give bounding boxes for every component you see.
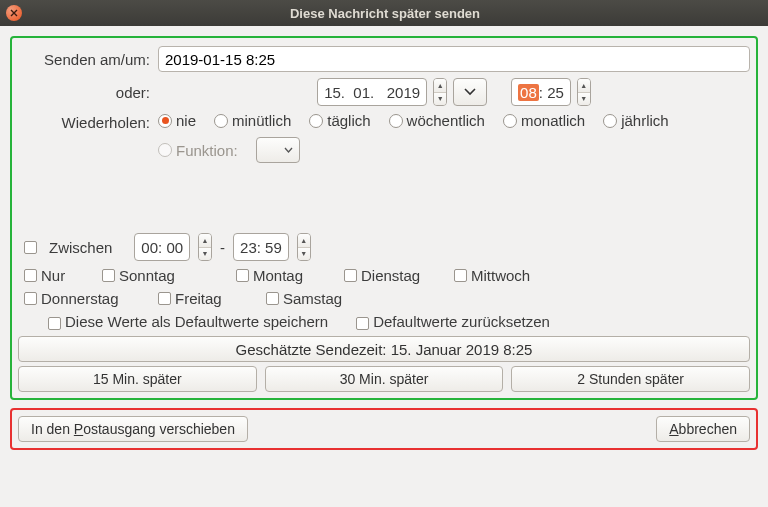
dialog-buttons: In den Postausgang verschieben Abbrechen — [10, 408, 758, 450]
later-2h-button[interactable]: 2 Stunden später — [511, 366, 750, 392]
reset-defaults-label: Defaultwerte zurücksetzen — [373, 313, 550, 330]
date-month: 01. — [353, 84, 374, 101]
date-spinner[interactable]: ▲▼ — [433, 78, 447, 106]
later-15min-button[interactable]: 15 Min. später — [18, 366, 257, 392]
between-from-spinner[interactable]: ▲▼ — [198, 233, 212, 261]
function-combo[interactable] — [256, 137, 300, 163]
between-checkbox[interactable] — [24, 241, 37, 254]
function-label: Funktion: — [176, 142, 238, 159]
chevron-down-icon — [284, 147, 293, 153]
time-spinner[interactable]: ▲▼ — [577, 78, 591, 106]
close-icon[interactable] — [6, 5, 22, 21]
schedule-group: Senden am/um: oder: 15. 01. 2019 ▲▼ — [10, 36, 758, 400]
repeat-radio-funktion — [158, 143, 172, 157]
between-label: Zwischen — [49, 239, 112, 256]
reset-defaults-checkbox[interactable] — [356, 317, 369, 330]
save-defaults-checkbox[interactable] — [48, 317, 61, 330]
time-minute: 25 — [547, 84, 564, 101]
day-check-dienstag[interactable] — [344, 269, 357, 282]
move-to-outbox-button[interactable]: In den Postausgang verschieben — [18, 416, 248, 442]
repeat-radio-nie[interactable] — [158, 114, 172, 128]
between-to[interactable]: 23: 59 — [233, 233, 289, 261]
only-label: Nur — [41, 267, 65, 284]
time-picker[interactable]: 08 : 25 — [511, 78, 571, 106]
day-check-mittwoch[interactable] — [454, 269, 467, 282]
cancel-button[interactable]: Abbrechen — [656, 416, 750, 442]
repeat-radio-jaehrlich[interactable] — [603, 114, 617, 128]
send-at-label: Senden am/um: — [18, 51, 158, 68]
titlebar: Diese Nachricht später senden — [0, 0, 768, 26]
estimated-time-button[interactable]: Geschätzte Sendezeit: 15. Januar 2019 8:… — [18, 336, 750, 362]
only-checkbox[interactable] — [24, 269, 37, 282]
date-day: 15. — [324, 84, 345, 101]
chevron-down-icon — [464, 88, 476, 96]
window-title: Diese Nachricht später senden — [30, 6, 762, 21]
between-from[interactable]: 00: 00 — [134, 233, 190, 261]
later-30min-button[interactable]: 30 Min. später — [265, 366, 504, 392]
day-check-montag[interactable] — [236, 269, 249, 282]
datetime-input[interactable] — [158, 46, 750, 72]
date-year: 2019 — [387, 84, 420, 101]
save-defaults-label: Diese Werte als Defaultwerte speichern — [65, 313, 328, 330]
day-check-freitag[interactable] — [158, 292, 171, 305]
repeat-radio-minuetlich[interactable] — [214, 114, 228, 128]
day-check-donnerstag[interactable] — [24, 292, 37, 305]
repeat-label: Wiederholen: — [18, 112, 158, 131]
day-check-sonntag[interactable] — [102, 269, 115, 282]
date-dropdown-button[interactable] — [453, 78, 487, 106]
time-hour: 08 — [518, 84, 539, 101]
between-to-spinner[interactable]: ▲▼ — [297, 233, 311, 261]
day-check-samstag[interactable] — [266, 292, 279, 305]
repeat-radio-monatlich[interactable] — [503, 114, 517, 128]
date-picker[interactable]: 15. 01. 2019 — [317, 78, 427, 106]
repeat-radio-taeglich[interactable] — [309, 114, 323, 128]
or-label: oder: — [18, 84, 158, 101]
dash-label: - — [220, 239, 225, 256]
repeat-radio-woechentlich[interactable] — [389, 114, 403, 128]
